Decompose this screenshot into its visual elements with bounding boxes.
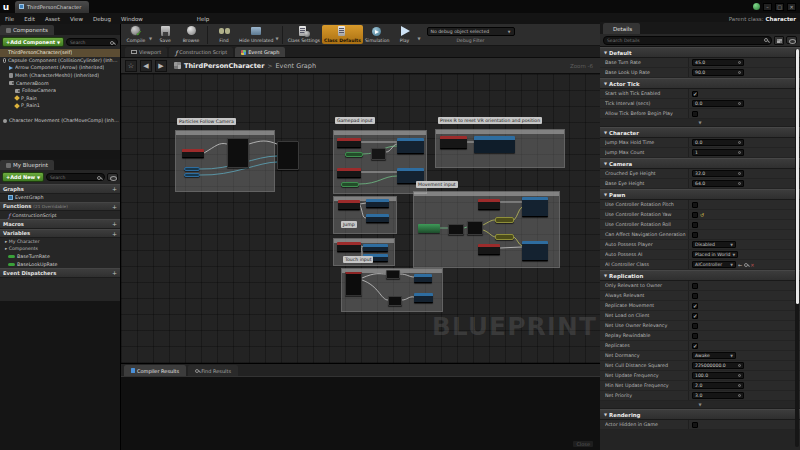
comment-title-particles-follow-camera[interactable]: Particles Follow Camera xyxy=(177,118,236,125)
pill-yellow-node[interactable] xyxy=(495,234,514,240)
component-thirdpersoncharacter-self[interactable]: ThirdPersonCharacter(self) xyxy=(0,49,120,57)
event-node[interactable] xyxy=(478,199,500,210)
comment-title-movement-input[interactable]: Movement input xyxy=(416,181,458,188)
blueprint-item-baselookuprate[interactable]: BaseLookUpRate xyxy=(0,260,120,268)
details-view-options-eye-icon[interactable] xyxy=(786,36,797,44)
spinner-icon[interactable] xyxy=(738,102,742,106)
func-node[interactable] xyxy=(366,214,389,223)
checkbox[interactable] xyxy=(692,111,698,117)
my-blueprint-search[interactable] xyxy=(46,173,105,181)
component-arrow[interactable]: Arrow Component (Arrow) (Inherited) xyxy=(0,64,120,72)
details-search[interactable] xyxy=(603,36,772,45)
details-section-camera[interactable]: ▼Camera xyxy=(600,158,800,169)
debug-object-dropdown[interactable]: No debug object selected▼ xyxy=(427,27,515,36)
dropdown-caret-icon[interactable]: ▼ xyxy=(417,36,420,41)
menu-debug[interactable]: Debug xyxy=(88,16,116,22)
number-input[interactable]: 45.0 xyxy=(692,59,744,67)
number-input[interactable]: 1 xyxy=(692,149,744,157)
number-input[interactable]: 90.0 xyxy=(692,69,744,77)
component-mesh[interactable]: Mesh (CharacterMesh0) (Inherited) xyxy=(0,72,120,80)
pill-green-node[interactable] xyxy=(345,152,363,157)
menu-help[interactable]: Help xyxy=(192,16,215,22)
number-input[interactable]: 225000000.0 xyxy=(692,362,744,370)
blueprint-item-constructionscript[interactable]: ƒConstructionScript xyxy=(0,211,120,219)
spinner-icon[interactable] xyxy=(738,182,742,186)
checkbox[interactable] xyxy=(692,323,698,329)
checkbox[interactable]: ✓ xyxy=(692,343,698,349)
save-button[interactable]: Save xyxy=(152,25,178,44)
checkbox[interactable] xyxy=(692,212,698,218)
number-input[interactable]: 100.0 xyxy=(692,372,744,380)
close-button[interactable]: ✕ xyxy=(787,3,796,11)
details-section-replication[interactable]: ▼Replication xyxy=(600,270,800,281)
checkbox[interactable] xyxy=(692,422,698,428)
details-section-actor-tick[interactable]: ▼Actor Tick xyxy=(600,78,800,89)
dropdown[interactable]: AIController▼ xyxy=(692,261,736,269)
nav-forward-icon[interactable]: ▶ xyxy=(155,60,167,72)
event-node[interactable] xyxy=(337,138,361,148)
event-graph-canvas[interactable]: BLUEPRINT Particles Follow CameraGamepad… xyxy=(121,74,601,363)
view-options-eye-icon[interactable] xyxy=(107,173,118,181)
add-icon[interactable]: + xyxy=(112,203,117,210)
component-p-rain[interactable]: P_Rain xyxy=(0,95,120,103)
menu-window[interactable]: Window xyxy=(116,16,148,22)
spinner-icon[interactable] xyxy=(738,172,742,176)
func-node[interactable] xyxy=(366,199,389,208)
event-node[interactable] xyxy=(182,149,204,158)
func-node[interactable] xyxy=(522,241,548,261)
subsection-components[interactable]: ▸ Components xyxy=(0,245,120,252)
component-p-rain1[interactable]: P_Rain1 xyxy=(0,102,120,110)
checkbox[interactable]: ✓ xyxy=(692,91,698,97)
pill-yellow-node[interactable] xyxy=(495,217,514,223)
add-icon[interactable]: + xyxy=(112,185,117,192)
tab-my-blueprint[interactable]: My Blueprint xyxy=(0,160,54,170)
pill-green-node[interactable] xyxy=(341,182,359,187)
comment-box[interactable] xyxy=(175,130,275,192)
class-settings-button[interactable]: Class Settings xyxy=(286,25,322,44)
tab-components[interactable]: Components xyxy=(0,25,54,35)
menu-file[interactable]: File xyxy=(0,16,19,22)
comment-title-jump[interactable]: Jump xyxy=(341,221,357,228)
dropdown-caret-icon[interactable]: ▼ xyxy=(276,36,279,41)
mini-node[interactable] xyxy=(371,148,386,160)
expand-rows-button[interactable]: ▼ xyxy=(600,401,800,409)
spinner-icon[interactable] xyxy=(738,151,742,155)
dropdown[interactable]: Awake▼ xyxy=(692,352,736,360)
nav-back-icon[interactable]: ◀ xyxy=(140,60,152,72)
event-node[interactable] xyxy=(337,168,361,178)
menu-asset[interactable]: Asset xyxy=(40,16,65,22)
details-section-rendering[interactable]: ▼Rendering xyxy=(600,409,800,420)
section-event-dispatchers[interactable]: Event Dispatchers+ xyxy=(0,268,120,278)
dark-node[interactable] xyxy=(277,141,299,170)
details-section-default[interactable]: ▼Default xyxy=(600,47,800,58)
event-node[interactable] xyxy=(337,242,361,252)
details-scrollbar-thumb[interactable] xyxy=(796,49,799,304)
find-button[interactable]: Find xyxy=(211,25,237,44)
number-input[interactable]: 32.0 xyxy=(692,170,744,178)
hide-unrelated-button[interactable]: Hide Unrelated xyxy=(237,25,275,44)
func-node[interactable] xyxy=(414,293,433,303)
comment-title-gamepad-input[interactable]: Gamepad input xyxy=(335,117,375,124)
bigdark-node[interactable] xyxy=(345,272,362,296)
clear-icon[interactable]: ✕ xyxy=(750,262,754,268)
dropdown[interactable]: Placed in World▼ xyxy=(692,251,738,259)
browse-button[interactable]: Browse xyxy=(178,25,204,44)
component-capsule[interactable]: Capsule Component (CollisionCylinder) (I… xyxy=(0,57,120,65)
tab-construction-script[interactable]: ƒConstruction Script xyxy=(169,47,233,57)
spinner-icon[interactable] xyxy=(738,61,742,65)
tab-find-results[interactable]: Find Results xyxy=(188,365,238,376)
play-button[interactable]: Play xyxy=(391,25,417,44)
components-search[interactable] xyxy=(66,38,118,46)
tab-event-graph[interactable]: Event Graph xyxy=(235,47,285,57)
add-component-button[interactable]: +Add Component ▼ xyxy=(2,37,64,47)
dropdown[interactable]: Disabled▼ xyxy=(692,241,736,249)
blueprint-item-eventgraph[interactable]: EventGraph xyxy=(0,194,120,202)
spinner-icon[interactable] xyxy=(738,384,742,388)
expand-rows-button[interactable]: ▼ xyxy=(600,119,800,127)
number-input[interactable]: 3.0 xyxy=(692,392,744,400)
add-icon[interactable]: + xyxy=(112,230,117,237)
minimize-button[interactable]: – xyxy=(763,3,772,11)
class-defaults-button[interactable]: Class Defaults xyxy=(322,25,363,44)
maximize-button[interactable]: □ xyxy=(775,3,784,11)
close-results-button[interactable]: Close xyxy=(573,441,593,447)
